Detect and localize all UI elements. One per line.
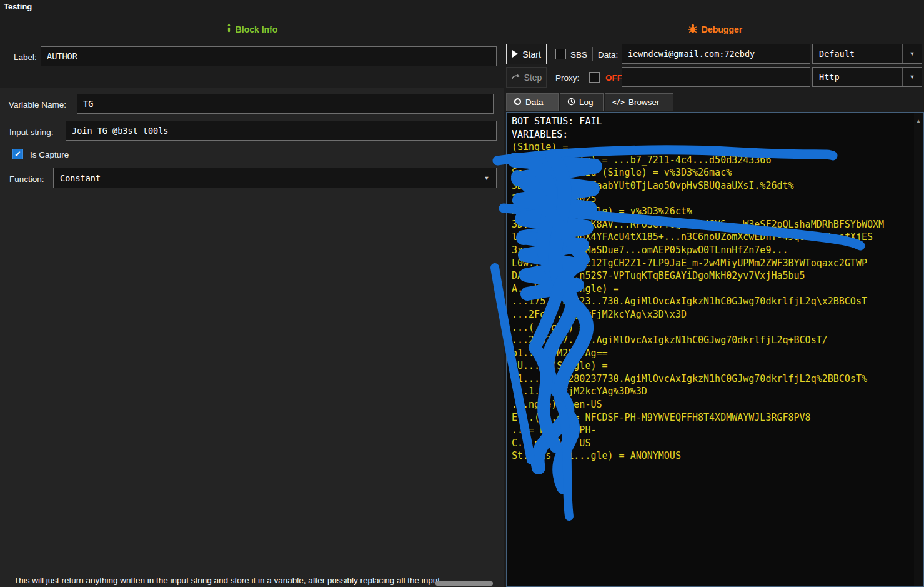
log-line: o1...WFjM2KcYAg== (512, 347, 918, 360)
history-icon (567, 98, 575, 108)
play-icon (512, 49, 518, 59)
log-line: 3D...QABABSDUUFaabYUt0TjLao5OvpHvSBUQaaU… (512, 179, 918, 193)
log-line: ...ngle) = en-US (512, 398, 918, 411)
proxy-type-dropdown[interactable]: Http ▼ (812, 67, 922, 87)
log-line: VARIABLES: (512, 128, 918, 141)
log-line: SecureNetflixId (Single) = v%3D3%26mac% (512, 166, 918, 179)
variable-name-caption: Variable Name: (9, 100, 66, 109)
log-line: BOT STATUS: FAIL (512, 115, 918, 128)
function-value: Constant (54, 173, 477, 183)
block-params-section (0, 88, 504, 587)
data-tab-icon (514, 98, 522, 108)
log-line: C...ngle) = US (512, 437, 918, 450)
proxy-input[interactable] (622, 67, 810, 87)
sbs-label: SBS (570, 50, 587, 59)
chevron-down-icon: ▼ (484, 175, 490, 181)
is-capture-checkbox[interactable]: ✓ (12, 149, 23, 159)
sbs-checkbox[interactable]: ✓ (555, 49, 566, 59)
log-line: ...2802377...0.AgiMlOvcAxIgkzN1hC0GJwg70… (512, 334, 918, 347)
log-line: 3xu...u.VbuAaMaSDue7...omAEP05kpwO0TLnnH… (512, 244, 918, 257)
debugger-header: Debugger (506, 24, 924, 35)
step-button-label: Step (524, 73, 542, 83)
label-caption: Label: (14, 53, 37, 62)
tab-data-label: Data (525, 98, 544, 107)
proxy-state-label: OFF (605, 73, 622, 83)
window-title: Testing (4, 2, 32, 11)
dropdown-arrow-box[interactable]: ▼ (477, 168, 496, 188)
label-input[interactable] (41, 46, 497, 66)
tab-browser-label: Browser (628, 98, 660, 107)
log-line: ...175...28023..730.AgiMlOvcAxIgkzN1hC0G… (512, 295, 918, 308)
log-line: AU...L (Single) = (512, 359, 918, 373)
dropdown-arrow-box[interactable]: ▼ (902, 68, 922, 86)
start-button-label: Start (522, 49, 541, 59)
log-line: St...us (Si...gle) = ANONYMOUS (512, 449, 918, 463)
start-button[interactable]: Start (506, 44, 547, 64)
vertical-scrollbar[interactable]: ▲ (914, 113, 923, 586)
log-line: E...(...e) = NFCDSF-PH-M9YWVEQFFH8T4XDMW… (512, 411, 918, 424)
log-line: ...= NFCDSF-PH- (512, 424, 918, 437)
log-lines: BOT STATUS: FAILVARIABLES:(Single) =flws… (507, 113, 923, 465)
block-info-title: Block Info (236, 24, 278, 34)
log-line: ...1.j...FjM2kcYAg%3D%3D (512, 385, 918, 398)
debugger-panel: Debugger Start ✓ SBS Data: Default ▼ Ste… (506, 0, 924, 587)
data-input[interactable] (622, 44, 810, 64)
log-line: DA...b...Ln.n52S7-VPTuqKTqBEGAYiDgoMkH02… (512, 269, 918, 283)
wordlist-type-dropdown[interactable]: Default ▼ (812, 44, 922, 64)
step-icon (511, 73, 520, 83)
proxy-caption: Proxy: (555, 73, 579, 83)
log-line: 3D1753280238025 (512, 193, 918, 206)
log-line: c1...75...280237730.AgiMlOvcAxIgkzN1hC0G… (512, 373, 918, 386)
block-info-header: Block Info (0, 24, 504, 34)
log-line: NetflixId (Single) = v%3D3%26ct% (512, 205, 918, 218)
dropdown-arrow-box[interactable]: ▼ (902, 44, 922, 63)
tab-browser[interactable]: </> Browser (605, 93, 673, 111)
check-icon: ✓ (14, 150, 21, 158)
log-line: ...2FoT..1MjOwFjM2kcYAg\x3D\x3D (512, 308, 918, 321)
info-icon (226, 24, 232, 34)
tab-data[interactable]: Data (506, 93, 559, 111)
is-capture-label: Is Capture (30, 150, 69, 159)
log-line: L0w...9...8JYc12TgCH2Z1-7LP9JaE_m-2w4Miy… (512, 257, 918, 270)
block-description: This will just return anything written i… (14, 576, 496, 585)
input-string-caption: Input string: (9, 128, 54, 137)
step-button[interactable]: Step (506, 67, 547, 88)
debugger-log-area[interactable]: BOT STATUS: FAILVARIABLES:(Single) =flws… (506, 112, 924, 587)
horizontal-scrollbar[interactable] (435, 581, 493, 586)
bug-icon (688, 24, 698, 35)
app-window: Testing Block Info Label: Variable Name:… (0, 0, 924, 587)
log-line: (Single) = (512, 141, 918, 154)
log-line: ...(...gle) = (512, 321, 918, 334)
log-line: flwssn (Single) = ...b7_7211-4c4...d50d3… (512, 154, 918, 167)
tab-log[interactable]: Log (560, 93, 604, 111)
log-line: 3D...g...OvcAxK8AV...RPoSe7T6g4BS04SVS..… (512, 218, 918, 231)
log-line: A...H...(...ngle) = (512, 283, 918, 296)
variable-name-input[interactable] (77, 94, 494, 114)
debugger-title: Debugger (702, 24, 742, 34)
log-line: lKN...hb2RZnpX4YFAcU4tX185+...n3C6noUZom… (512, 231, 918, 244)
function-caption: Function: (9, 174, 44, 184)
code-icon: </> (612, 98, 625, 106)
input-string-input[interactable] (66, 121, 497, 141)
chevron-down-icon: ▼ (910, 51, 915, 57)
wordlist-type-value: Default (813, 49, 902, 59)
block-editor-panel: Testing Block Info Label: Variable Name:… (0, 0, 504, 587)
data-caption: Data: (598, 50, 618, 59)
separator (592, 47, 593, 61)
tab-log-label: Log (579, 98, 594, 107)
chevron-down-icon: ▼ (910, 74, 915, 80)
function-dropdown[interactable]: Constant ▼ (53, 168, 497, 188)
proxy-type-value: Http (813, 72, 902, 82)
proxy-checkbox[interactable]: ✓ (589, 72, 600, 83)
scroll-up-icon: ▲ (914, 118, 923, 124)
